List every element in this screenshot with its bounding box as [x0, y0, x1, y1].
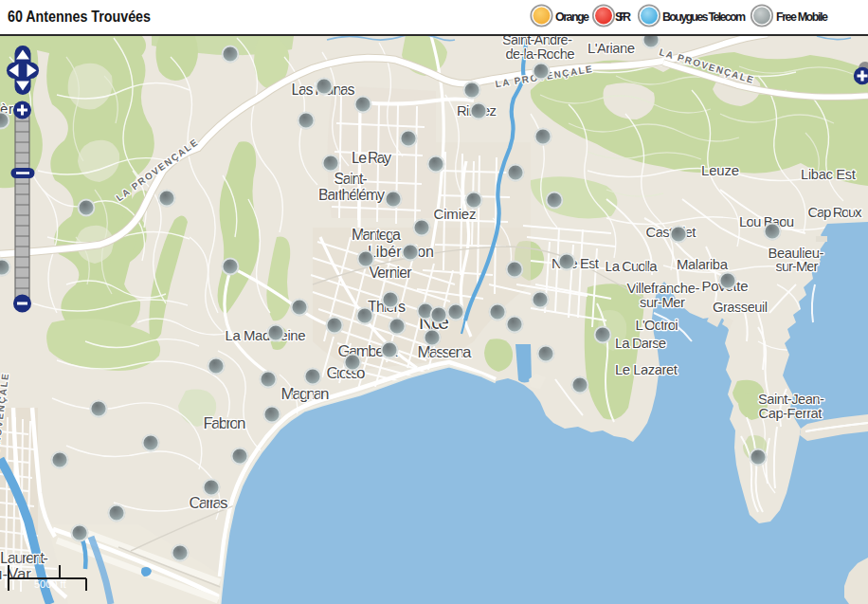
svg-text:Massena: Massena [418, 343, 473, 361]
svg-text:La Madeleine: La Madeleine [226, 327, 306, 343]
svg-text:Free Mobile: Free Mobile [776, 10, 828, 24]
svg-text:Le Lazaret: Le Lazaret [615, 361, 678, 377]
svg-text:SFR: SFR [615, 10, 631, 24]
svg-text:Magnan: Magnan [281, 385, 330, 403]
svg-text:Orange: Orange [555, 10, 589, 24]
svg-text:L'Ariane: L'Ariane [588, 40, 635, 56]
svg-text:5000 ft: 5000 ft [34, 578, 66, 590]
svg-text:Barthélémy: Barthélémy [318, 187, 385, 203]
svg-text:Fabron: Fabron [204, 414, 246, 432]
svg-text:60 Antennes Trouvées: 60 Antennes Trouvées [8, 9, 151, 25]
svg-text:Bouygues Telecom: Bouygues Telecom [662, 10, 746, 24]
svg-text:Grasseuil: Grasseuil [713, 299, 768, 315]
svg-text:Cimiez: Cimiez [434, 206, 477, 222]
svg-text:Mantega: Mantega [352, 227, 401, 243]
svg-text:sur-Mer: sur-Mer [640, 294, 685, 310]
svg-text:Cap-Ferrat: Cap-Ferrat [759, 405, 823, 421]
svg-text:La Darse: La Darse [615, 335, 666, 351]
svg-text:La Cuolla: La Cuolla [606, 258, 659, 274]
svg-text:Cap Roux: Cap Roux [808, 204, 863, 220]
svg-text:Leuze: Leuze [701, 162, 739, 178]
svg-text:Vernier: Vernier [370, 265, 413, 281]
svg-text:Le Ray: Le Ray [352, 150, 391, 166]
svg-text:de-la-Roche: de-la-Roche [506, 46, 575, 62]
svg-text:Saint-: Saint- [335, 171, 368, 187]
svg-text:sur-Mer: sur-Mer [776, 258, 819, 274]
svg-text:L'Octroi: L'Octroi [636, 317, 678, 333]
svg-text:Carras: Carras [190, 494, 228, 512]
svg-text:Libac Est: Libac Est [801, 166, 857, 182]
svg-text:Malariba: Malariba [677, 256, 729, 272]
svg-text:Libération: Libération [368, 244, 434, 260]
svg-text:u-Var: u-Var [0, 565, 31, 583]
